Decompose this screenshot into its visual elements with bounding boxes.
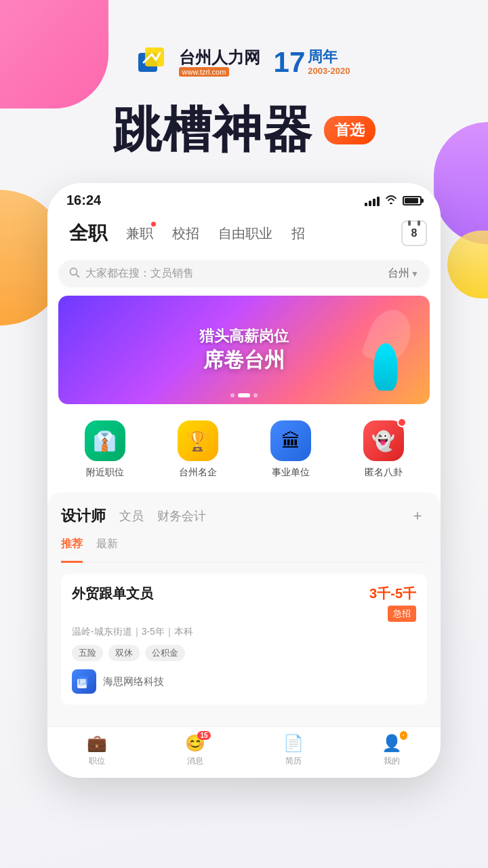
tab-calendar[interactable]: 8 [401,220,427,246]
gossip-label: 匿名八卦 [365,467,403,479]
signal-icon [365,195,380,206]
nearby-icon: 👔 [85,420,125,461]
job-cat-add-button[interactable]: + [408,507,427,526]
svg-text:思: 思 [79,679,87,686]
gossip-notification-dot [397,418,407,427]
nav-profile[interactable]: 👤 · 我的 [382,734,402,767]
company-logo: 思 [72,669,96,694]
search-icon [69,267,80,281]
logo-url: www.tzrl.com [179,67,230,77]
job-info: 温岭-城东街道｜3-5年｜本科 [72,626,416,638]
banner-dot-2 [238,393,250,397]
wifi-icon [385,195,397,207]
search-placeholder: 大家都在搜：文员销售 [85,267,388,281]
job-tab-recommend[interactable]: 推荐 [61,537,83,563]
tab-recruit[interactable]: 招 [283,222,313,245]
banner-text: 猎头高薪岗位 席卷台州 [199,326,289,374]
nav-messages[interactable]: 😊 15 消息 [185,734,205,767]
profile-icon: 👤 · [382,734,402,753]
gossip-badge-wrapper: 👻 [363,420,404,461]
job-cat-clerk[interactable]: 文员 [119,508,144,524]
calendar-number: 8 [411,227,418,239]
jobs-icon: 💼 [87,734,107,753]
quick-icon-institution[interactable]: 🏛 事业单位 [270,420,311,479]
banner-flame-decoration [374,343,398,391]
parttime-dot [151,222,156,226]
battery-icon [403,196,422,205]
anniversary-text: 周年 [308,48,350,66]
job-tabs: 推荐 最新 [61,537,427,563]
job-section: 设计师 文员 财务会计 + 推荐 最新 外贸跟单文员 3千-5千 急招 [47,492,441,726]
job-tag-insurance: 五险 [72,645,103,661]
profile-badge: · [400,731,407,740]
nav-resume[interactable]: 📄 简历 [283,734,304,767]
profile-label: 我的 [384,755,400,767]
anniversary-years: 2003-2020 [308,66,350,77]
institution-icon: 🏛 [270,420,311,461]
status-time: 16:24 [66,193,101,208]
jobs-label: 职位 [89,755,105,767]
brand-logo-icon [138,47,174,77]
job-cat-designer[interactable]: 设计师 [61,506,106,526]
top-section: 台州人力网 www.tzrl.com 17 周年 2003-2020 跳槽神器 … [0,0,488,176]
first-choice-badge: 首选 [324,116,375,144]
nav-jobs[interactable]: 💼 职位 [87,734,107,767]
tab-freelance[interactable]: 自由职业 [210,222,281,245]
anniversary-number: 17 [274,48,306,77]
phone-wrapper: 16:24 [0,183,488,778]
job-listing[interactable]: 外贸跟单文员 3千-5千 急招 温岭-城东街道｜3-5年｜本科 五险 双休 公积… [61,574,427,705]
nav-tabs[interactable]: 全职 兼职 校招 自由职业 招 8 [47,212,441,257]
status-icons [365,195,422,207]
enterprise-icon: 🏆 [178,420,218,461]
quick-icons: 👔 附近职位 🏆 台州名企 🏛 事业单位 👻 匿名八卦 [47,415,441,492]
banner-line2: 席卷台州 [199,347,289,374]
banner-dot-3 [253,393,258,397]
banner-dot-1 [230,393,235,397]
quick-icon-gossip[interactable]: 👻 匿名八卦 [363,420,404,479]
job-categories: 设计师 文员 财务会计 + [61,506,427,526]
job-cat-finance[interactable]: 财务会计 [157,508,206,524]
resume-label: 简历 [285,755,302,767]
hero-title: 跳槽神器 [113,98,313,163]
banner[interactable]: 猎头高薪岗位 席卷台州 [58,296,430,404]
messages-badge: 15 [197,731,210,740]
job-tag-weekend: 双休 [108,645,140,661]
job-title: 外贸跟单文员 [72,585,153,603]
job-listing-header: 外贸跟单文员 3千-5千 急招 [72,585,416,622]
gossip-icon: 👻 [363,420,404,461]
job-tab-latest[interactable]: 最新 [96,537,118,557]
quick-icon-enterprise[interactable]: 🏆 台州名企 [178,420,218,479]
job-tag-fund: 公积金 [145,645,185,661]
company-name: 海思网络科技 [103,675,164,688]
tab-fulltime[interactable]: 全职 [61,218,115,249]
institution-label: 事业单位 [272,467,310,479]
messages-label: 消息 [187,755,203,767]
urgent-badge: 急招 [388,606,416,622]
messages-icon: 😊 15 [185,734,205,753]
resume-icon: 📄 [283,734,304,753]
job-tags: 五险 双休 公积金 [72,645,416,661]
status-bar: 16:24 [47,183,441,212]
tab-campus[interactable]: 校招 [164,222,207,245]
banner-dots [230,393,258,397]
logo-text: 台州人力网 www.tzrl.com [179,48,260,77]
logo-site-name: 台州人力网 [179,48,260,68]
location-arrow-icon: ▼ [411,269,419,279]
anniversary-badge: 17 周年 2003-2020 [274,48,350,77]
banner-line1: 猎头高薪岗位 [199,326,289,347]
enterprise-label: 台州名企 [179,467,217,479]
search-location[interactable]: 台州 ▼ [388,267,419,281]
bottom-nav: 💼 职位 😊 15 消息 📄 简历 👤 · 我的 [47,726,441,778]
nearby-label: 附近职位 [86,467,124,479]
quick-icon-nearby[interactable]: 👔 附近职位 [85,420,125,479]
company-info: 思 海思网络科技 [72,669,416,694]
svg-line-3 [77,274,79,277]
job-salary: 3千-5千 [369,585,416,603]
phone-mockup: 16:24 [47,183,441,778]
tab-parttime[interactable]: 兼职 [118,222,161,245]
search-bar[interactable]: 大家都在搜：文员销售 台州 ▼ [58,260,430,288]
logo-area: 台州人力网 www.tzrl.com 17 周年 2003-2020 [138,47,350,77]
hero-title-area: 跳槽神器 首选 [113,98,375,163]
